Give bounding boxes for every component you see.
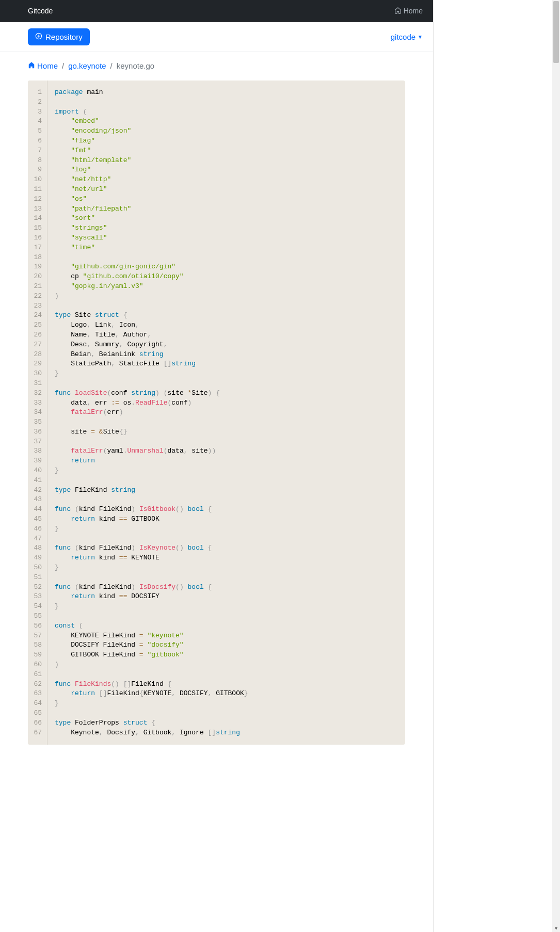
line-number: 15	[28, 223, 47, 233]
line-number: 21	[28, 282, 47, 292]
line-number: 30	[28, 369, 47, 379]
code-line: return []FileKind{KEYNOTE, DOCSIFY, GITB…	[55, 689, 398, 699]
repository-button[interactable]: Repository	[28, 28, 90, 45]
caret-down-icon: ▼	[418, 34, 423, 40]
line-number: 52	[28, 583, 47, 592]
code-line	[55, 98, 398, 107]
line-number: 14	[28, 214, 47, 223]
line-number: 17	[28, 243, 47, 253]
line-number: 24	[28, 311, 47, 320]
scrollbar-arrow-down-icon[interactable]: ▾	[552, 924, 560, 932]
code-line: }	[55, 466, 398, 476]
code-line: fatalErr(yaml.Unmarshal(data, site))	[55, 446, 398, 456]
scrollbar-thumb[interactable]	[553, 1, 559, 63]
line-number: 33	[28, 398, 47, 408]
code-line: }	[55, 563, 398, 573]
code-line: "syscall"	[55, 233, 398, 243]
line-number: 1	[28, 88, 47, 98]
line-number: 64	[28, 699, 47, 709]
code-line: type Site struct {	[55, 311, 398, 320]
code-line: data, err := os.ReadFile(conf)	[55, 398, 398, 408]
code-line: )	[55, 292, 398, 301]
code-line: "flag"	[55, 136, 398, 146]
code-line	[55, 476, 398, 486]
code-line: Name, Title, Author,	[55, 330, 398, 340]
line-number: 47	[28, 534, 47, 544]
navbar-brand[interactable]: Gitcode	[10, 7, 53, 15]
line-number: 37	[28, 437, 47, 447]
line-number: 22	[28, 292, 47, 301]
code-line: cp "github.com/otiai10/copy"	[55, 272, 398, 282]
breadcrumb-home[interactable]: Home	[28, 61, 58, 70]
line-number: 61	[28, 670, 47, 680]
code-line: "github.com/gin-gonic/gin"	[55, 262, 398, 272]
line-number: 3	[28, 107, 47, 117]
line-number: 63	[28, 689, 47, 699]
code-line: Logo, Link, Icon,	[55, 320, 398, 330]
code-line: "encoding/json"	[55, 126, 398, 136]
code-line	[55, 612, 398, 621]
breadcrumb-separator: /	[110, 61, 113, 70]
code-line: Beian, BeianLink string	[55, 350, 398, 360]
code-line	[55, 301, 398, 311]
line-number: 9	[28, 165, 47, 175]
code-line: return kind == DOCSIFY	[55, 592, 398, 602]
code-line: package main	[55, 88, 398, 98]
navbar-home-link[interactable]: Home	[394, 7, 423, 15]
code-line: KEYNOTE FileKind = "keynote"	[55, 631, 398, 641]
code-line: }	[55, 524, 398, 534]
code-line: "path/filepath"	[55, 204, 398, 214]
line-number: 32	[28, 389, 47, 398]
line-number: 2	[28, 98, 47, 107]
line-number: 28	[28, 350, 47, 360]
line-number: 5	[28, 126, 47, 136]
code-line: "log"	[55, 165, 398, 175]
home-icon	[394, 7, 402, 15]
code-line: GITBOOK FileKind = "gitbook"	[55, 650, 398, 660]
code-line: "strings"	[55, 223, 398, 233]
scrollbar-vertical[interactable]: ▾	[552, 0, 560, 932]
line-number: 65	[28, 709, 47, 718]
code-line	[55, 417, 398, 427]
code-line: "os"	[55, 195, 398, 204]
line-number: 43	[28, 495, 47, 505]
line-number: 11	[28, 185, 47, 195]
code-line: )	[55, 660, 398, 670]
code-line: "net/url"	[55, 185, 398, 195]
code-line: type FolderProps struct {	[55, 718, 398, 728]
line-number: 25	[28, 320, 47, 330]
code-line: Keynote, Docsify, Gitbook, Ignore []stri…	[55, 728, 398, 738]
line-number: 46	[28, 524, 47, 534]
line-number: 53	[28, 592, 47, 602]
code-line: "net/http"	[55, 175, 398, 185]
code-line: "embed"	[55, 117, 398, 126]
line-number: 57	[28, 631, 47, 641]
navbar: Gitcode Home	[0, 0, 433, 22]
breadcrumb-home-label: Home	[37, 61, 58, 70]
line-number: 20	[28, 272, 47, 282]
line-number: 12	[28, 195, 47, 204]
line-number: 66	[28, 718, 47, 728]
code-line	[55, 495, 398, 505]
code-line	[55, 253, 398, 263]
code-line	[55, 534, 398, 544]
line-number: 42	[28, 486, 47, 495]
line-number: 31	[28, 379, 47, 389]
code-line: Desc, Summry, Copyright,	[55, 340, 398, 350]
line-number: 39	[28, 456, 47, 466]
breadcrumb-path-1[interactable]: go.keynote	[68, 61, 106, 70]
line-number: 10	[28, 175, 47, 185]
code-line: "fmt"	[55, 146, 398, 156]
user-dropdown[interactable]: gitcode ▼	[391, 33, 423, 41]
line-number: 16	[28, 233, 47, 243]
code-content[interactable]: package mainimport ( "embed" "encoding/j…	[47, 81, 405, 745]
line-number: 40	[28, 466, 47, 476]
code-line: }	[55, 602, 398, 612]
subheader: Repository gitcode ▼	[0, 22, 433, 52]
code-line: const (	[55, 621, 398, 631]
code-line: "time"	[55, 243, 398, 253]
line-number: 29	[28, 359, 47, 369]
code-line: }	[55, 699, 398, 709]
line-number: 45	[28, 515, 47, 524]
code-block: 1234567891011121314151617181920212223242…	[28, 81, 405, 745]
